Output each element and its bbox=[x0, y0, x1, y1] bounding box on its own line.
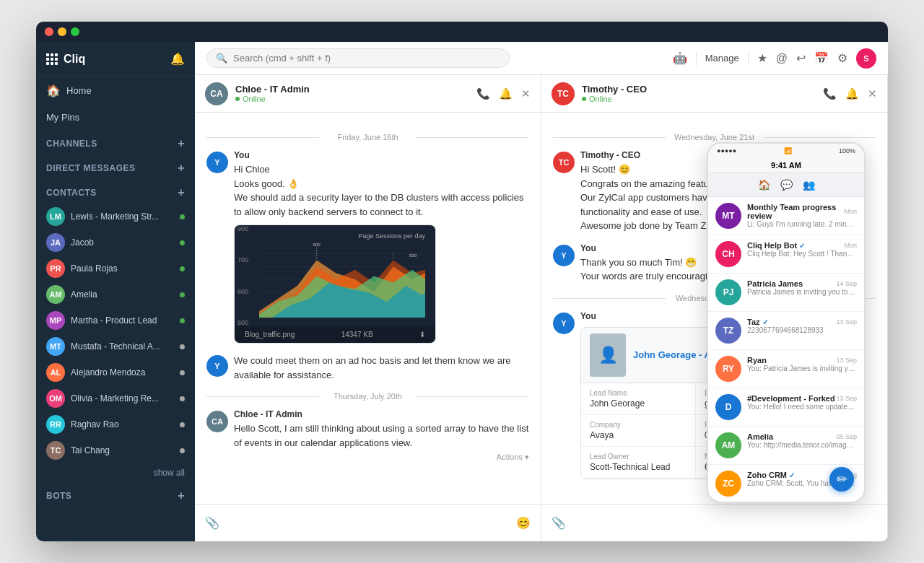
contact-item[interactable]: MP Martha - Product Lead bbox=[36, 307, 195, 333]
chat-mobile-icon[interactable]: 💬 bbox=[780, 179, 793, 191]
download-icon[interactable]: ⬇ bbox=[419, 331, 425, 339]
channels-label: Channels bbox=[46, 139, 97, 149]
mobile-chat-item[interactable]: RY Ryan 13 Sep You: Patricia James is in… bbox=[708, 350, 864, 388]
contact-item[interactable]: MT Mustafa - Technical A... bbox=[36, 333, 195, 359]
close-chat-icon[interactable]: ✕ bbox=[521, 87, 531, 100]
online-status bbox=[180, 266, 185, 271]
offline-status bbox=[180, 422, 185, 427]
crm-field-value: Avaya bbox=[590, 430, 687, 440]
mobile-chat-item[interactable]: AM Amelia 05 Sep You: http://media.tenor… bbox=[708, 427, 864, 465]
notification-bell-icon[interactable]: 🔔 bbox=[170, 52, 185, 66]
online-status bbox=[180, 318, 185, 323]
mobile-chat-item[interactable]: PJ Patricia James 14 Sep Patricia James … bbox=[708, 274, 864, 312]
close-chat-icon[interactable]: ✕ bbox=[868, 87, 877, 100]
show-all-contacts[interactable]: show all bbox=[36, 463, 195, 482]
contact-item[interactable]: TC Tai Chang bbox=[36, 437, 195, 463]
signal-icon: ●●●●● bbox=[717, 147, 736, 154]
settings-icon[interactable]: ⚙ bbox=[837, 51, 847, 65]
mobile-chat-item[interactable]: MT Monthly Team progress review Mon Li: … bbox=[708, 197, 864, 235]
mobile-chat-name: Ryan bbox=[747, 356, 767, 365]
app-name: Cliq bbox=[64, 53, 85, 66]
chat-input-timothy[interactable] bbox=[573, 518, 877, 528]
message-avatar: Y bbox=[206, 355, 228, 377]
sidebar-item-home[interactable]: 🏠 Home bbox=[36, 77, 195, 105]
chat-header-info: Timothy - CEO Online bbox=[582, 84, 816, 103]
calendar-icon[interactable]: 📅 bbox=[814, 51, 829, 65]
notification-icon[interactable]: 🔔 bbox=[499, 87, 513, 100]
contact-item[interactable]: PR Paula Rojas bbox=[36, 256, 195, 282]
wifi-icon: 📶 bbox=[784, 147, 792, 154]
mobile-compose-button[interactable]: ✏ bbox=[829, 467, 854, 492]
crm-field-label: Lead Name bbox=[590, 389, 687, 397]
message-avatar: Y bbox=[553, 313, 575, 334]
minimize-button[interactable] bbox=[58, 27, 66, 36]
attachment-icon[interactable]: 📎 bbox=[205, 516, 219, 530]
contact-item[interactable]: JA Jacob bbox=[36, 230, 195, 256]
mobile-avatar: CH bbox=[715, 241, 741, 267]
contact-item[interactable]: LM Lewis - Marketing Str... bbox=[36, 204, 195, 230]
status-dot bbox=[582, 97, 586, 101]
contact-item[interactable]: OM Olivia - Marketing Re... bbox=[36, 385, 195, 411]
chat-area: CA Chloe - IT Admin Online 📞 🔔 ✕ bbox=[195, 75, 888, 541]
sidebar-header: Cliq 🔔 bbox=[36, 42, 195, 77]
history-icon[interactable]: ↩ bbox=[796, 51, 806, 65]
mobile-avatar: MT bbox=[715, 203, 741, 229]
separator bbox=[748, 51, 749, 66]
message-text: We should add a security layer to the DB… bbox=[234, 191, 529, 219]
search-input[interactable] bbox=[233, 53, 500, 64]
app-window: Cliq 🔔 🏠 Home My Pins Channels + bbox=[36, 22, 888, 541]
mobile-chat-item[interactable]: TZ Taz ✓ 13 Sep 2230677694668128933 bbox=[708, 312, 864, 350]
message-avatar: Y bbox=[206, 152, 228, 173]
home-mobile-icon[interactable]: 🏠 bbox=[758, 179, 770, 191]
message-content: You Hi Chloe Looks good. 👌 We should add… bbox=[234, 150, 529, 344]
call-icon[interactable]: 📞 bbox=[476, 87, 490, 100]
main-content: 🔍 🤖 Manage ★ @ ↩ 📅 ⚙ S bbox=[195, 42, 888, 541]
home-icon: 🏠 bbox=[46, 84, 61, 97]
close-button[interactable] bbox=[45, 27, 53, 36]
call-icon[interactable]: 📞 bbox=[823, 87, 837, 100]
mobile-mockup: ●●●●● 📶 100% 9:41 AM 🏠 💬 👥 bbox=[707, 142, 866, 503]
grid-icon bbox=[46, 53, 58, 65]
contact-item[interactable]: AM Amelia bbox=[36, 282, 195, 307]
mobile-chat-info: Patricia James 14 Sep Patricia James is … bbox=[747, 279, 857, 296]
top-bar-actions: 🤖 Manage ★ @ ↩ 📅 ⚙ S bbox=[673, 48, 876, 69]
attachment-icon[interactable]: 📎 bbox=[552, 516, 566, 530]
manage-button[interactable]: Manage bbox=[705, 53, 739, 64]
add-dm-button[interactable]: + bbox=[178, 162, 185, 175]
team-mobile-icon[interactable]: 👥 bbox=[803, 179, 815, 191]
star-icon[interactable]: ★ bbox=[757, 51, 767, 65]
contact-item[interactable]: AL Alejandro Mendoza bbox=[36, 359, 195, 385]
mobile-chat-preview: You: Hello! I need some updates re... bbox=[747, 403, 857, 411]
at-icon[interactable]: @ bbox=[776, 52, 788, 65]
message-avatar: CA bbox=[206, 411, 228, 432]
search-box[interactable]: 🔍 bbox=[206, 48, 510, 68]
add-bot-button[interactable]: + bbox=[178, 489, 185, 502]
top-bar: 🔍 🤖 Manage ★ @ ↩ 📅 ⚙ S bbox=[195, 42, 888, 75]
mobile-chat-preview: You: http://media.tenor.co/images/... bbox=[747, 441, 857, 449]
notification-icon[interactable]: 🔔 bbox=[845, 87, 859, 100]
message-actions[interactable]: Actions ▾ bbox=[234, 453, 529, 462]
emoji-icon[interactable]: 😊 bbox=[516, 516, 531, 530]
mobile-chat-name: Patricia James bbox=[747, 279, 803, 288]
mobile-chat-name: Taz ✓ bbox=[747, 318, 768, 326]
mobile-chat-preview: Li: Guys I'm running late. 2 mins, will.… bbox=[747, 220, 857, 228]
chat-input-chloe[interactable] bbox=[227, 518, 509, 528]
contact-item[interactable]: RR Raghav Rao bbox=[36, 411, 195, 437]
mobile-chat-item[interactable]: CH Cliq Help Bot ✓ Mon Cliq Help Bot: He… bbox=[708, 235, 864, 274]
user-avatar[interactable]: S bbox=[856, 48, 876, 69]
add-contact-button[interactable]: + bbox=[178, 186, 185, 199]
bot-icon[interactable]: 🤖 bbox=[673, 51, 687, 65]
mobile-chat-item[interactable]: D #Development - Forked 13 Sep You: Hell… bbox=[708, 388, 864, 427]
add-channel-button[interactable]: + bbox=[178, 137, 185, 150]
crm-field-lead-name: Lead Name John Georage bbox=[581, 383, 696, 415]
chat-header-avatar: TC bbox=[552, 82, 575, 105]
message-text: Looks good. 👌 bbox=[234, 177, 529, 191]
mobile-chat-info: #Development - Forked 13 Sep You: Hello!… bbox=[747, 394, 857, 411]
message-content: Chloe - IT Admin Hello Scott, I am still… bbox=[234, 409, 529, 462]
message-sender: You bbox=[234, 150, 529, 160]
mobile-avatar: PJ bbox=[715, 279, 741, 305]
svg-text:500: 500 bbox=[409, 253, 417, 258]
maximize-button[interactable] bbox=[71, 27, 79, 36]
sidebar-item-my-pins[interactable]: My Pins bbox=[36, 105, 195, 130]
date-divider: Thursday, July 20th bbox=[206, 392, 529, 401]
